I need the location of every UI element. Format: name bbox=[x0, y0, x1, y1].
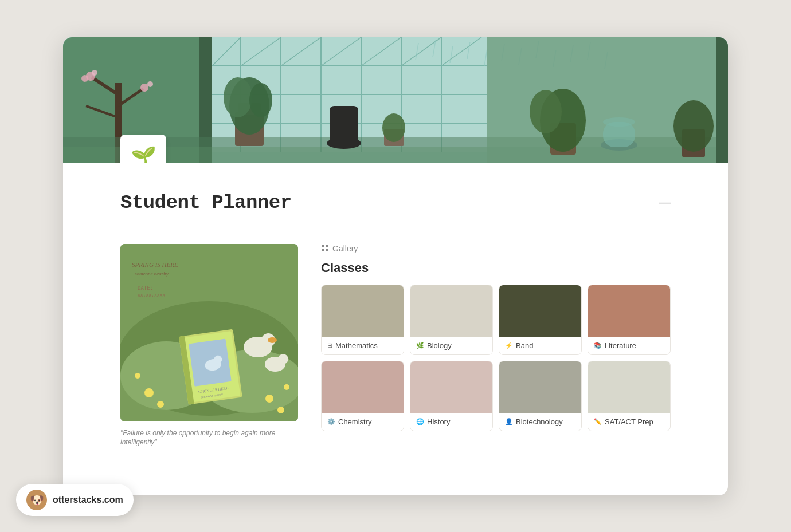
page-title: Student Planner bbox=[120, 192, 292, 214]
gallery-card-literature[interactable]: 📚Literature bbox=[588, 285, 671, 355]
divider bbox=[120, 230, 671, 230]
card-icon-mathematics: ⊞ bbox=[327, 342, 332, 349]
gallery-card-chemistry[interactable]: ⚙️Chemistry bbox=[321, 361, 404, 431]
gallery-label: Gallery bbox=[321, 244, 671, 254]
card-label-sat-act-prep: ✏️SAT/ACT Prep bbox=[588, 413, 670, 431]
card-label-chemistry: ⚙️Chemistry bbox=[322, 413, 404, 431]
card-text-history: History bbox=[427, 417, 450, 426]
card-color-mathematics bbox=[322, 285, 404, 337]
left-panel: SPRING IS HERE someone nearby SPRING IS … bbox=[120, 244, 298, 448]
title-row: Student Planner — bbox=[120, 192, 671, 214]
svg-point-69 bbox=[284, 384, 289, 390]
card-label-biotechnology: 👤Biotechnology bbox=[499, 413, 581, 431]
app-window: 🌱 Student Planner — bbox=[63, 37, 728, 495]
svg-point-35 bbox=[249, 83, 272, 117]
main-layout: SPRING IS HERE someone nearby SPRING IS … bbox=[120, 244, 671, 448]
gallery-card-band[interactable]: ⚡Band bbox=[499, 285, 582, 355]
card-color-band bbox=[499, 285, 581, 337]
svg-rect-90 bbox=[326, 245, 328, 247]
card-color-sat-act-prep bbox=[588, 361, 670, 413]
card-icon-band: ⚡ bbox=[505, 342, 513, 349]
content-area: Student Planner — bbox=[63, 163, 728, 471]
svg-rect-92 bbox=[326, 249, 328, 251]
right-panel: Gallery Classes ⊞Mathematics🌿Biology⚡Ban… bbox=[321, 244, 671, 431]
card-icon-chemistry: ⚙️ bbox=[327, 418, 335, 425]
banner-header: 🌱 bbox=[63, 37, 728, 163]
svg-text:SPRING IS HERE: SPRING IS HERE bbox=[132, 261, 178, 268]
gallery-card-biotechnology[interactable]: 👤Biotechnology bbox=[499, 361, 582, 431]
svg-point-25 bbox=[92, 70, 97, 76]
left-caption: "Failure is only the opportunity to begi… bbox=[120, 428, 298, 448]
svg-rect-91 bbox=[322, 249, 324, 251]
card-icon-history: 🌐 bbox=[416, 418, 424, 425]
card-label-band: ⚡Band bbox=[499, 337, 581, 354]
gallery-card-mathematics[interactable]: ⊞Mathematics bbox=[321, 285, 404, 355]
badge-url: otterstacks.com bbox=[53, 495, 123, 505]
svg-text:DATE:: DATE: bbox=[138, 285, 153, 291]
svg-point-70 bbox=[135, 373, 140, 379]
svg-point-27 bbox=[147, 81, 153, 87]
svg-rect-89 bbox=[322, 245, 324, 247]
card-text-chemistry: Chemistry bbox=[338, 417, 372, 426]
svg-point-76 bbox=[278, 354, 288, 364]
card-color-biology bbox=[410, 285, 492, 337]
card-text-mathematics: Mathematics bbox=[335, 341, 378, 350]
card-label-literature: 📚Literature bbox=[588, 337, 670, 354]
svg-point-55 bbox=[530, 90, 562, 133]
card-label-mathematics: ⊞Mathematics bbox=[322, 337, 404, 354]
svg-point-71 bbox=[277, 407, 284, 413]
card-color-chemistry bbox=[322, 361, 404, 413]
badge-avatar: 🐶 bbox=[26, 490, 47, 510]
card-icon-literature: 📚 bbox=[594, 342, 602, 349]
card-icon-biology: 🌿 bbox=[416, 342, 424, 349]
svg-point-58 bbox=[603, 117, 635, 127]
page-icon: 🌱 bbox=[120, 135, 166, 163]
svg-point-39 bbox=[382, 113, 405, 142]
avatar-emoji: 🐶 bbox=[30, 493, 44, 507]
card-text-sat-act-prep: SAT/ACT Prep bbox=[605, 417, 653, 426]
card-label-biology: 🌿Biology bbox=[410, 337, 492, 354]
gallery-grid: ⊞Mathematics🌿Biology⚡Band📚Literature⚙️Ch… bbox=[321, 285, 671, 431]
svg-point-60 bbox=[673, 100, 714, 152]
footer-badge: 🐶 otterstacks.com bbox=[16, 484, 134, 516]
card-color-literature bbox=[588, 285, 670, 337]
card-color-biotechnology bbox=[499, 361, 581, 413]
card-text-biology: Biology bbox=[427, 341, 452, 350]
svg-point-24 bbox=[81, 75, 88, 82]
cover-image: SPRING IS HERE someone nearby SPRING IS … bbox=[120, 244, 298, 421]
gallery-card-sat-act-prep[interactable]: ✏️SAT/ACT Prep bbox=[588, 361, 671, 431]
minimize-button[interactable]: — bbox=[659, 196, 671, 209]
svg-point-26 bbox=[140, 84, 148, 92]
svg-point-67 bbox=[157, 401, 164, 408]
gallery-grid-icon bbox=[321, 244, 329, 254]
svg-rect-37 bbox=[330, 106, 358, 146]
card-text-literature: Literature bbox=[605, 341, 636, 350]
svg-point-34 bbox=[224, 77, 252, 117]
gallery-label-text: Gallery bbox=[332, 244, 358, 253]
svg-point-74 bbox=[268, 337, 277, 343]
card-icon-biotechnology: 👤 bbox=[505, 418, 513, 425]
classes-section-title: Classes bbox=[321, 261, 671, 275]
card-icon-sat-act-prep: ✏️ bbox=[594, 418, 602, 425]
gallery-card-biology[interactable]: 🌿Biology bbox=[410, 285, 493, 355]
card-text-band: Band bbox=[516, 341, 533, 350]
gallery-card-history[interactable]: 🌐History bbox=[410, 361, 493, 431]
card-text-biotechnology: Biotechnology bbox=[516, 417, 563, 426]
card-color-history bbox=[410, 361, 492, 413]
svg-rect-61 bbox=[716, 37, 728, 163]
svg-text:someone nearby: someone nearby bbox=[135, 271, 169, 277]
svg-point-68 bbox=[265, 395, 273, 403]
card-label-history: 🌐History bbox=[410, 413, 492, 431]
svg-text:xx.xx.xxxx: xx.xx.xxxx bbox=[138, 293, 165, 298]
svg-point-66 bbox=[144, 388, 154, 397]
